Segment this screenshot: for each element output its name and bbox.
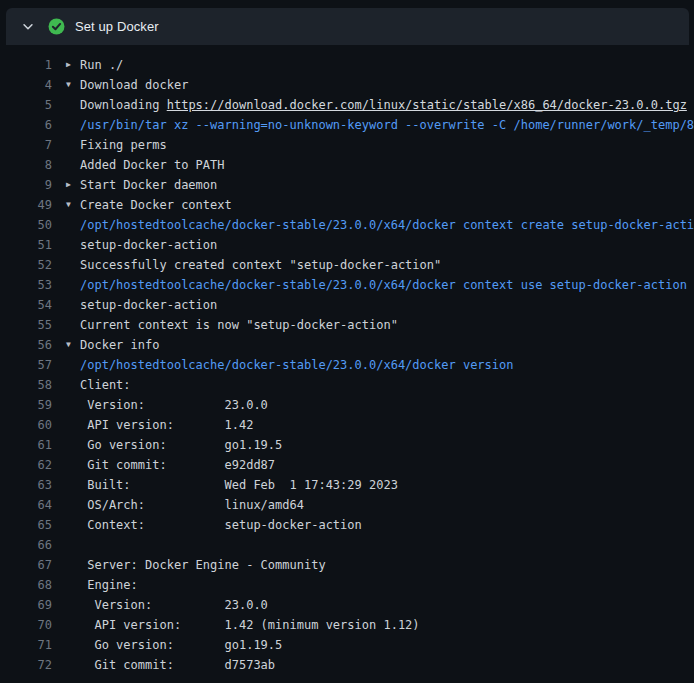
log-text: Start Docker daemon	[80, 175, 217, 195]
log-text-segment: Go version: go1.19.5	[80, 638, 282, 652]
line-number[interactable]: 5	[0, 95, 52, 115]
arrow-spacer	[66, 615, 80, 635]
arrow-spacer	[66, 475, 80, 495]
log-line: 57/opt/hostedtoolcache/docker-stable/23.…	[0, 355, 694, 375]
arrow-spacer	[66, 295, 80, 315]
log-text: OS/Arch: linux/amd64	[80, 495, 304, 515]
line-number[interactable]: 4	[0, 75, 52, 95]
line-number[interactable]: 65	[0, 515, 52, 535]
line-number[interactable]: 51	[0, 235, 52, 255]
log-line[interactable]: 56▼Docker info	[0, 335, 694, 355]
arrow-spacer	[66, 215, 80, 235]
group-collapsed-icon[interactable]: ▶	[66, 55, 80, 75]
line-number[interactable]: 60	[0, 415, 52, 435]
group-collapsed-icon[interactable]: ▶	[66, 175, 80, 195]
line-number[interactable]: 56	[0, 335, 52, 355]
log-text: /opt/hostedtoolcache/docker-stable/23.0.…	[80, 215, 694, 235]
line-number[interactable]: 1	[0, 55, 52, 75]
log-line[interactable]: 1▶Run ./	[0, 55, 694, 75]
group-expanded-icon[interactable]: ▼	[66, 335, 80, 355]
log-line: 58Client:	[0, 375, 694, 395]
step-header[interactable]: Set up Docker	[6, 8, 689, 45]
line-number[interactable]: 53	[0, 275, 52, 295]
log-text-segment: Go version: go1.19.5	[80, 438, 282, 452]
log-line: 60 API version: 1.42	[0, 415, 694, 435]
line-number[interactable]: 72	[0, 655, 52, 675]
line-number[interactable]: 58	[0, 375, 52, 395]
line-number[interactable]: 55	[0, 315, 52, 335]
line-number[interactable]: 6	[0, 115, 52, 135]
log-text-segment: Downloading	[80, 98, 167, 112]
line-number[interactable]: 9	[0, 175, 52, 195]
line-number[interactable]: 62	[0, 455, 52, 475]
log-text-segment: Added Docker to PATH	[80, 158, 225, 172]
line-number[interactable]: 63	[0, 475, 52, 495]
log-text: API version: 1.42	[80, 415, 253, 435]
log-text: Go version: go1.19.5	[80, 435, 282, 455]
group-expanded-icon[interactable]: ▼	[66, 75, 80, 95]
arrow-spacer	[66, 595, 80, 615]
log-text: Version: 23.0.0	[80, 595, 268, 615]
line-number[interactable]: 64	[0, 495, 52, 515]
log-text: setup-docker-action	[80, 295, 217, 315]
line-number[interactable]: 59	[0, 395, 52, 415]
arrow-spacer	[66, 255, 80, 275]
log-text-segment: Current context is now "setup-docker-act…	[80, 318, 398, 332]
line-number[interactable]: 7	[0, 135, 52, 155]
line-number[interactable]: 68	[0, 575, 52, 595]
log-text: Client:	[80, 375, 131, 395]
arrow-spacer	[66, 95, 80, 115]
log-text-segment: Git commit: e92dd87	[80, 458, 275, 472]
line-number[interactable]: 61	[0, 435, 52, 455]
log-text: /opt/hostedtoolcache/docker-stable/23.0.…	[80, 355, 513, 375]
line-number[interactable]: 70	[0, 615, 52, 635]
log-line[interactable]: 9▶Start Docker daemon	[0, 175, 694, 195]
log-line: 67 Server: Docker Engine - Community	[0, 555, 694, 575]
log-line: 64 OS/Arch: linux/amd64	[0, 495, 694, 515]
log-text: Added Docker to PATH	[80, 155, 225, 175]
arrow-spacer	[66, 315, 80, 335]
line-number[interactable]: 8	[0, 155, 52, 175]
arrow-spacer	[66, 575, 80, 595]
log-text: Engine:	[80, 575, 138, 595]
line-number[interactable]: 54	[0, 295, 52, 315]
log-text-segment: setup-docker-action	[80, 238, 217, 252]
log-line: 53/opt/hostedtoolcache/docker-stable/23.…	[0, 275, 694, 295]
log-line: 62 Git commit: e92dd87	[0, 455, 694, 475]
log-text-segment: Version: 23.0.0	[80, 598, 268, 612]
arrow-spacer	[66, 275, 80, 295]
line-number[interactable]: 52	[0, 255, 52, 275]
arrow-spacer	[66, 635, 80, 655]
line-number[interactable]: 71	[0, 635, 52, 655]
log-text-segment: Run ./	[80, 58, 123, 72]
line-number[interactable]: 57	[0, 355, 52, 375]
group-expanded-icon[interactable]: ▼	[66, 195, 80, 215]
log-text-segment: Create Docker context	[80, 198, 232, 212]
chevron-down-icon[interactable]	[20, 19, 36, 35]
line-number[interactable]: 69	[0, 595, 52, 615]
log-text: Run ./	[80, 55, 123, 75]
line-number[interactable]: 50	[0, 215, 52, 235]
line-number[interactable]: 49	[0, 195, 52, 215]
log-lines: 1▶Run ./4▼Download docker5Downloading ht…	[0, 45, 694, 675]
log-line[interactable]: 4▼Download docker	[0, 75, 694, 95]
log-text: Current context is now "setup-docker-act…	[80, 315, 398, 335]
log-line: 65 Context: setup-docker-action	[0, 515, 694, 535]
arrow-spacer	[66, 435, 80, 455]
log-text-segment: Context: setup-docker-action	[80, 518, 362, 532]
log-text-segment: Docker info	[80, 338, 159, 352]
log-text: Downloading https://download.docker.com/…	[80, 95, 687, 115]
log-text-segment: Client:	[80, 378, 131, 392]
log-text-segment: /opt/hostedtoolcache/docker-stable/23.0.…	[80, 358, 513, 372]
line-number[interactable]: 66	[0, 535, 52, 555]
log-text: Successfully created context "setup-dock…	[80, 255, 441, 275]
log-line: 63 Built: Wed Feb 1 17:43:29 2023	[0, 475, 694, 495]
log-text: Fixing perms	[80, 135, 167, 155]
line-number[interactable]: 67	[0, 555, 52, 575]
log-text-segment: Built: Wed Feb 1 17:43:29 2023	[80, 478, 398, 492]
log-line: 68 Engine:	[0, 575, 694, 595]
log-line: 50/opt/hostedtoolcache/docker-stable/23.…	[0, 215, 694, 235]
log-link[interactable]: https://download.docker.com/linux/static…	[167, 98, 687, 112]
log-line[interactable]: 49▼Create Docker context	[0, 195, 694, 215]
arrow-spacer	[66, 455, 80, 475]
